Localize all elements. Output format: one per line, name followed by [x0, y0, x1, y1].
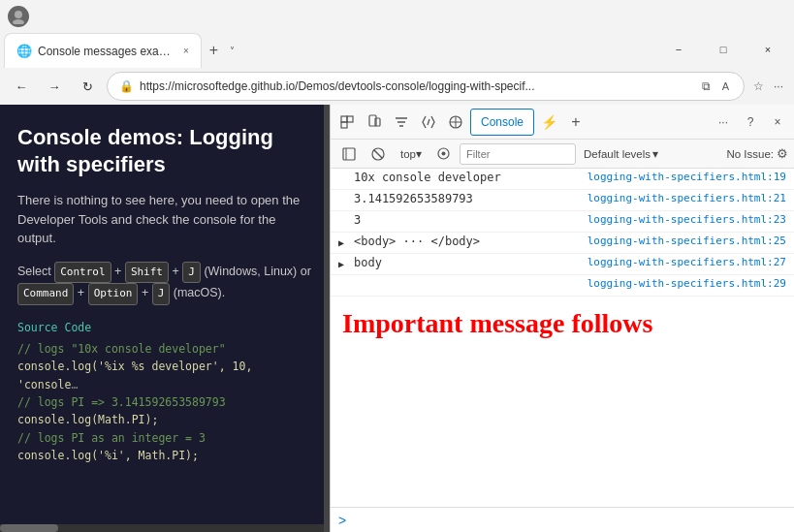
more-button[interactable]: ···	[771, 77, 786, 96]
window-controls: − □ ×	[656, 33, 790, 68]
console-link[interactable]: logging-with-specifiers.html:19	[588, 171, 786, 183]
context-selector[interactable]: top ▾	[395, 143, 428, 165]
avatar	[8, 6, 29, 27]
console-link[interactable]: logging-with-specifiers.html:29	[588, 277, 786, 290]
console-input[interactable]	[352, 514, 786, 527]
reader-icon[interactable]: A	[719, 78, 732, 95]
favorites-icon[interactable]: ☆	[750, 77, 767, 96]
context-label: top	[400, 148, 416, 160]
console-link[interactable]: logging-with-specifiers.html:27	[588, 256, 786, 268]
horizontal-scrollbar[interactable]	[0, 524, 324, 532]
row-expander	[338, 192, 352, 195]
source-line-4: console.log(Math.PI);	[17, 411, 312, 428]
default-levels-label: Default levels	[584, 148, 651, 160]
plus3: +	[78, 286, 84, 299]
webpage-panel: Console demos: Logging with specifiers T…	[0, 105, 330, 532]
tab-title: Console messages examples: Lo...	[38, 45, 174, 58]
devtools-toolbar: Console ⚡ + ··· ? ×	[331, 105, 794, 140]
svg-line-11	[374, 150, 382, 158]
sources-tab-button[interactable]	[416, 110, 441, 135]
tab-close-button[interactable]: ×	[183, 46, 189, 56]
console-message: 3.141592653589793	[354, 192, 580, 205]
context-dropdown-arrow: ▾	[416, 147, 422, 161]
svg-rect-3	[347, 116, 353, 122]
more-tools-button[interactable]: ···	[711, 110, 736, 135]
default-levels-dropdown[interactable]: Default levels ▾	[580, 143, 662, 165]
no-issue-indicator: No Issue: ⚙	[726, 146, 788, 161]
active-tab[interactable]: 🌐 Console messages examples: Lo... ×	[4, 33, 202, 68]
device-emulation-button[interactable]	[362, 110, 387, 135]
back-button[interactable]: ←	[8, 73, 35, 100]
console-settings-button[interactable]: ⚙	[777, 146, 788, 161]
forward-button[interactable]: →	[41, 73, 68, 100]
address-url: https://microsoftedge.github.io/Demos/de…	[140, 79, 693, 93]
close-devtools-button[interactable]: ×	[765, 110, 790, 135]
source-line-3: // logs PI => 3.141592653589793	[17, 393, 312, 411]
kbd-command: Command	[17, 283, 74, 305]
copy-icon[interactable]: ⧉	[699, 77, 714, 96]
console-prompt-row: >	[331, 507, 794, 532]
kbd-j-win: J	[182, 262, 201, 284]
close-button[interactable]: ×	[746, 33, 790, 66]
page-heading: Console demos: Logging with specifiers	[17, 124, 312, 177]
show-network-messages-button[interactable]	[431, 143, 456, 165]
svg-rect-8	[343, 148, 355, 160]
important-message: Important message follows	[331, 297, 794, 351]
kbd-shift: Shift	[125, 262, 169, 284]
no-issue-label: No Issue:	[726, 148, 774, 160]
inspect-element-button[interactable]	[334, 110, 360, 135]
console-output: 10x console developer logging-with-speci…	[331, 169, 794, 507]
console-toolbar: top ▾ Default levels ▾ No Issue: ⚙	[331, 140, 794, 169]
row-expander	[338, 171, 352, 173]
page-description: There is nothing to see here, you need t…	[17, 191, 312, 248]
prompt-arrow: >	[338, 513, 346, 528]
console-row: 10x console developer logging-with-speci…	[331, 169, 794, 190]
filter-input[interactable]	[460, 143, 576, 165]
refresh-button[interactable]: ↻	[74, 73, 101, 100]
main-content: Console demos: Logging with specifiers T…	[0, 105, 794, 532]
performance-icon[interactable]: ⚡	[536, 110, 561, 135]
default-levels-arrow: ▾	[652, 147, 658, 161]
console-link[interactable]: logging-with-specifiers.html:25	[588, 235, 786, 247]
elements-tab-button[interactable]	[389, 110, 414, 135]
help-button[interactable]: ?	[738, 110, 763, 135]
console-link[interactable]: logging-with-specifiers.html:23	[588, 213, 786, 226]
maximize-button[interactable]: □	[701, 33, 746, 66]
console-link[interactable]: logging-with-specifiers.html:21	[588, 192, 786, 204]
devtools-panel: Console ⚡ + ··· ? × top ▾	[330, 105, 794, 532]
plus1: +	[114, 265, 121, 278]
sidebar-toggle-button[interactable]	[336, 141, 362, 167]
address-bar: ← → ↻ 🔒 https://microsoftedge.github.io/…	[0, 68, 794, 105]
tab-bar: 🌐 Console messages examples: Lo... × + ˅…	[0, 33, 794, 68]
clear-console-button[interactable]	[365, 143, 391, 165]
new-tab-button[interactable]: +	[202, 33, 226, 68]
shortcut-prefix: Select	[17, 265, 51, 278]
tab-dropdown-button[interactable]: ˅	[226, 33, 238, 68]
console-row: logging-with-specifiers.html:29	[331, 275, 794, 297]
source-line-5: // logs PI as an integer = 3	[17, 429, 312, 447]
console-tab[interactable]: Console	[470, 109, 534, 136]
resize-handle[interactable]	[324, 105, 330, 532]
edge-icon: 🌐	[16, 44, 32, 58]
network-tab-button[interactable]	[443, 110, 468, 135]
console-message: <body> ··· </body>	[354, 235, 580, 248]
toolbar-icons: ☆ ···	[750, 77, 786, 96]
console-tab-label: Console	[481, 115, 524, 129]
row-expander[interactable]: ▶	[338, 256, 352, 269]
console-message: 10x console developer	[354, 171, 580, 184]
console-row: 3.141592653589793 logging-with-specifier…	[331, 190, 794, 211]
title-bar	[0, 0, 794, 33]
row-expander[interactable]: ▶	[338, 235, 352, 248]
svg-point-1	[13, 19, 24, 24]
source-section: Source Code // logs "10x console develop…	[17, 321, 312, 465]
minimize-button[interactable]: −	[656, 33, 701, 66]
svg-point-13	[442, 152, 446, 156]
address-input[interactable]: 🔒 https://microsoftedge.github.io/Demos/…	[107, 72, 745, 101]
source-label: Source Code	[17, 321, 312, 334]
plus4: +	[142, 286, 148, 299]
console-row: ▶ body logging-with-specifiers.html:27	[331, 254, 794, 275]
add-panel-button[interactable]: +	[563, 110, 588, 135]
kbd-option: Option	[88, 283, 139, 305]
scrollbar-thumb[interactable]	[0, 524, 58, 532]
shortcut-line: Select Control + Shift + J (Windows, Lin…	[17, 262, 312, 305]
